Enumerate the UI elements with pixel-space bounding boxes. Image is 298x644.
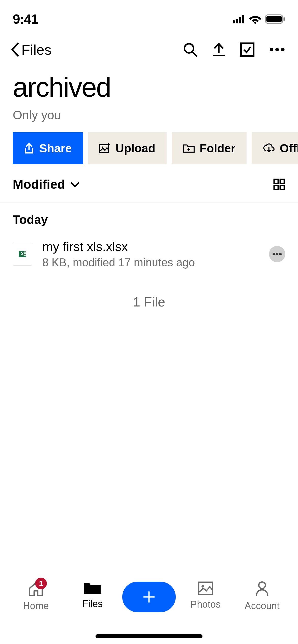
svg-rect-20: [280, 185, 284, 189]
grid-view-icon[interactable]: [273, 178, 285, 191]
upload-icon[interactable]: [212, 42, 226, 57]
svg-rect-23: [24, 252, 26, 253]
cloud-download-icon: [263, 143, 275, 153]
svg-rect-19: [274, 185, 278, 189]
folder-title: archived: [0, 66, 298, 103]
image-upload-icon: [99, 143, 111, 153]
svg-point-28: [279, 253, 282, 255]
folder-icon: [83, 581, 102, 595]
svg-point-13: [275, 48, 279, 51]
back-label: Files: [21, 41, 51, 58]
battery-icon: [265, 14, 285, 24]
account-icon: [254, 581, 270, 597]
nav-actions: [183, 42, 285, 57]
tab-bar: 1 Home Files Photos Account: [0, 573, 298, 644]
tab-files[interactable]: Files: [71, 581, 114, 609]
tab-account-label: Account: [245, 601, 279, 611]
status-time: 9:41: [13, 11, 38, 27]
svg-point-31: [259, 582, 265, 589]
svg-rect-7: [283, 17, 285, 21]
tab-photos-label: Photos: [191, 599, 221, 610]
file-info: my first xls.xlsx 8 KB, modified 17 minu…: [42, 239, 259, 269]
svg-point-26: [273, 253, 275, 255]
svg-point-12: [270, 48, 273, 51]
svg-rect-24: [24, 253, 26, 254]
back-button[interactable]: Files: [10, 41, 183, 58]
svg-rect-6: [266, 16, 282, 22]
svg-point-4: [254, 22, 256, 24]
action-buttons: Share Upload Folder Offlin: [0, 132, 298, 164]
chevron-left-icon: [10, 42, 19, 57]
status-bar: 9:41: [0, 0, 298, 33]
plus-icon: [142, 590, 156, 604]
file-type-icon: X: [13, 243, 32, 266]
share-icon: [24, 143, 34, 154]
tab-photos[interactable]: Photos: [184, 581, 227, 610]
more-icon[interactable]: [269, 47, 285, 52]
status-icons: [233, 14, 285, 24]
home-indicator: [96, 634, 202, 638]
upload-label: Upload: [116, 141, 155, 155]
svg-rect-11: [241, 43, 254, 56]
share-button[interactable]: Share: [13, 132, 83, 164]
section-today: Today: [0, 202, 298, 234]
add-fab[interactable]: [122, 582, 176, 612]
dots-icon: [272, 253, 282, 256]
svg-rect-25: [24, 255, 26, 256]
upload-button[interactable]: Upload: [88, 132, 167, 164]
cellular-icon: [233, 15, 246, 23]
svg-rect-0: [233, 20, 235, 23]
folder-subtitle: Only you: [0, 103, 298, 132]
tab-home[interactable]: 1 Home: [14, 581, 58, 611]
file-meta: 8 KB, modified 17 minutes ago: [42, 256, 259, 269]
photos-icon: [197, 581, 214, 596]
checkbox-icon[interactable]: [240, 42, 255, 57]
svg-point-27: [276, 253, 278, 255]
file-count: 1 File: [0, 274, 298, 330]
svg-rect-2: [239, 17, 241, 23]
wifi-icon: [249, 14, 261, 24]
tab-home-label: Home: [23, 601, 49, 611]
chevron-down-icon: [70, 181, 80, 187]
nav-bar: Files: [0, 33, 298, 66]
svg-rect-1: [236, 19, 238, 23]
svg-rect-3: [242, 15, 244, 23]
file-name: my first xls.xlsx: [42, 239, 259, 254]
folder-label: Folder: [200, 141, 236, 155]
sort-row: Modified: [0, 164, 298, 202]
svg-point-14: [281, 48, 285, 51]
svg-text:X: X: [21, 252, 24, 256]
sort-label: Modified: [13, 177, 65, 192]
svg-rect-17: [274, 179, 278, 183]
file-more-button[interactable]: [269, 246, 285, 262]
tab-files-label: Files: [82, 598, 103, 609]
offline-button[interactable]: Offlin: [252, 132, 298, 164]
search-icon[interactable]: [183, 42, 198, 57]
svg-point-30: [201, 585, 204, 588]
tab-account[interactable]: Account: [240, 581, 284, 611]
share-label: Share: [39, 141, 72, 155]
svg-line-9: [193, 52, 197, 56]
sort-button[interactable]: Modified: [13, 177, 80, 192]
tab-home-badge: 1: [35, 578, 47, 589]
file-row[interactable]: X my first xls.xlsx 8 KB, modified 17 mi…: [0, 234, 298, 274]
offline-label: Offlin: [280, 141, 298, 155]
folder-button[interactable]: Folder: [172, 132, 247, 164]
tab-add[interactable]: [127, 581, 171, 612]
svg-rect-18: [280, 179, 284, 183]
folder-plus-icon: [183, 143, 195, 153]
excel-icon: X: [17, 249, 28, 259]
